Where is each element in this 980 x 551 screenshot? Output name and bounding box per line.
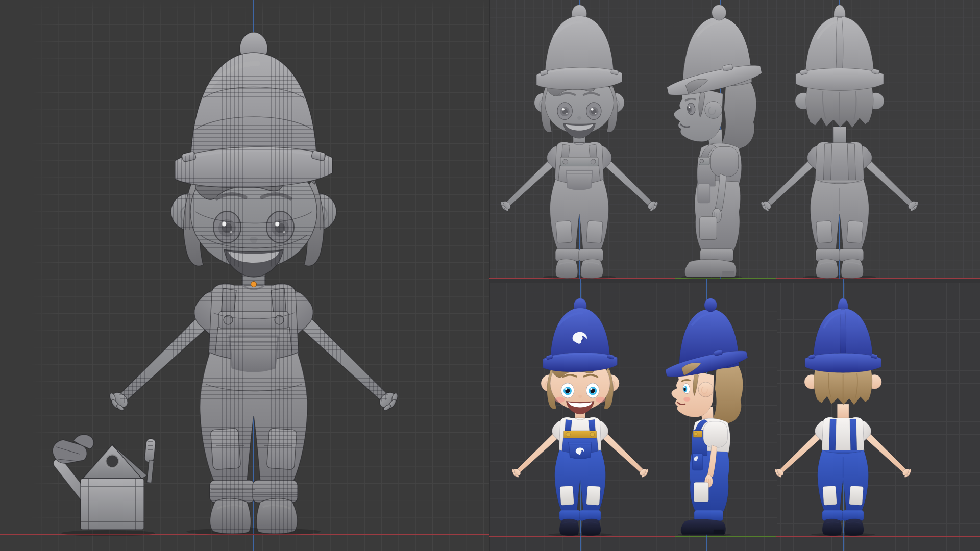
bib-pocket (566, 170, 593, 190)
boot (581, 259, 603, 278)
eye (586, 102, 601, 119)
eye (586, 383, 600, 398)
eye (557, 102, 572, 119)
knee-patch (586, 220, 603, 243)
knee-patch (694, 483, 708, 503)
strap-button (590, 433, 595, 437)
neck (833, 127, 846, 143)
boot (560, 519, 579, 536)
tshirt-sleeve (703, 421, 727, 447)
cheek-blush (596, 397, 605, 403)
helmet-brim (805, 354, 881, 373)
helmet-ridge (836, 17, 843, 71)
cheek-blush (555, 397, 565, 403)
character-textured-back[interactable] (768, 296, 918, 537)
boot (816, 259, 838, 278)
screenshot-root (0, 0, 980, 551)
character-textured-side[interactable] (632, 296, 781, 537)
eye (561, 383, 575, 398)
character-back (758, 5, 921, 279)
ear (705, 101, 722, 118)
tshirt-sleeve (710, 146, 738, 177)
boot (823, 519, 842, 536)
strap-button (563, 159, 568, 164)
mouth (567, 402, 595, 415)
neck (838, 404, 849, 418)
knee-patch (586, 486, 601, 506)
contact-shadow (186, 528, 321, 535)
helmet-knob (704, 298, 717, 312)
toolbox-with-hammer[interactable] (47, 430, 159, 538)
boot (555, 259, 578, 278)
knee-patch (556, 220, 572, 243)
strap-button (694, 433, 698, 436)
overalls-strap (829, 419, 837, 454)
overalls-strap (847, 144, 855, 183)
strap-button (700, 159, 704, 163)
cheek-blush (684, 397, 691, 402)
knee-patch (700, 216, 717, 239)
toolbox (81, 445, 147, 530)
hair-back (719, 77, 756, 152)
knee-patch (849, 486, 864, 506)
tshirt (815, 142, 864, 184)
character-side (664, 298, 749, 536)
helmet-knob (712, 5, 726, 20)
character-side (665, 5, 763, 279)
boot (845, 519, 864, 536)
strap-button (566, 433, 571, 437)
ear (698, 382, 713, 397)
character-front (510, 298, 651, 536)
helmet-ridge (840, 310, 846, 357)
knee-patch (560, 486, 574, 506)
overalls-strap (823, 144, 831, 183)
helmet-brim (796, 68, 884, 90)
origin-dot (251, 282, 257, 287)
overalls-strap (850, 419, 857, 454)
boot (841, 259, 864, 278)
character-clay-back[interactable] (753, 2, 926, 280)
contact-shadow (543, 275, 616, 279)
character-back (773, 298, 914, 536)
hip-pocket (693, 454, 703, 470)
boot (582, 519, 601, 536)
knee-patch (823, 486, 837, 506)
tshirt (822, 417, 864, 454)
knee-patch (816, 220, 832, 243)
strap-button (591, 159, 596, 164)
knee-patch (847, 220, 863, 243)
hip-pocket (698, 183, 710, 203)
contact-shadow (549, 533, 612, 537)
mouth (563, 123, 595, 138)
hair-back (711, 361, 743, 426)
